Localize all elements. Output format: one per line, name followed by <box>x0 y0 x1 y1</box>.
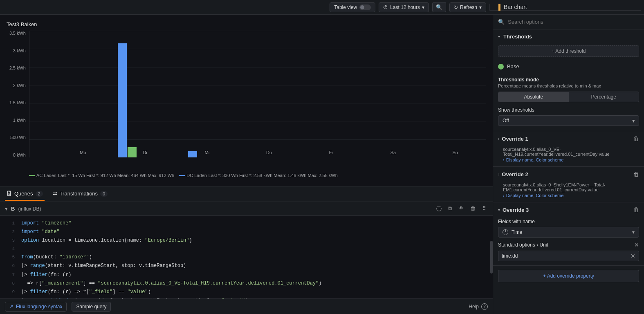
bar-group-fr <box>290 31 356 157</box>
code-line-10: 10 |> aggregateWindow(every: 1d, fn: las… <box>0 296 493 298</box>
query-eye-btn[interactable]: 👁 <box>457 204 465 213</box>
clock-icon: ⏱ <box>383 4 388 10</box>
flux-language-link[interactable]: ↗ Flux language syntax <box>5 302 67 312</box>
time-icon <box>503 229 508 235</box>
override2-expand-label: Display name, Color scheme <box>506 193 564 198</box>
show-thresholds-label: Show thresholds <box>498 107 639 113</box>
code-line-7: 7 |> filter(fn: (r) <box>0 271 493 279</box>
right-panel: 🔍 ▾ Thresholds + Add threshold Base Thr <box>493 15 644 314</box>
unit-input-row: ✕ <box>498 251 639 261</box>
zoom-icon: 🔍 <box>436 4 442 10</box>
query-copy-btn[interactable]: ⧉ <box>447 204 453 213</box>
query-info-btn[interactable]: ⓘ <box>435 204 443 213</box>
code-line-3: 3 option location = timezone.location(na… <box>0 236 493 245</box>
unit-close-btn[interactable]: ✕ <box>634 242 639 248</box>
override2-expand[interactable]: › Display name, Color scheme <box>503 193 639 198</box>
query-drag-btn[interactable]: ⠿ <box>480 204 488 213</box>
refresh-button[interactable]: ↻ Refresh ▾ <box>449 2 486 12</box>
thresholds-mode-title: Thresholds mode <box>498 77 639 83</box>
refresh-label: Refresh <box>460 4 477 10</box>
override1-title: Override 1 <box>502 136 528 142</box>
search-input[interactable] <box>508 19 639 25</box>
bar-group-mi <box>160 31 225 157</box>
legend-dc-label: DC Laden <box>186 173 207 178</box>
chart-canvas: 3.5 kWh 3 kWh 2.5 kWh 2 kWh 1.5 kWh 1 kW… <box>7 31 486 170</box>
bar-chart-icon: ▐ <box>496 4 500 10</box>
chart-legend: AC Laden Last *: 15 Wh First *: 912 Wh M… <box>7 170 486 179</box>
legend-dc-laden: DC Laden Last *: 330 Wh First *: 2.58 kW… <box>179 173 338 178</box>
show-thresholds-select[interactable]: Off <box>498 115 639 126</box>
thresholds-chevron: ▾ <box>498 34 500 39</box>
chevron-right-icon: › <box>503 193 505 198</box>
code-line-8: 8 => r["_measurement"] == "sourceanalyti… <box>0 279 493 288</box>
override2-delete-btn[interactable]: 🗑 <box>633 171 639 177</box>
add-override-property-button[interactable]: + Add override property <box>498 270 639 282</box>
override1-header[interactable]: › Override 1 🗑 <box>493 131 644 146</box>
code-editor[interactable]: 1 import "timezone" 2 import "date" 3 op… <box>0 216 493 298</box>
table-view-toggle[interactable]: Table view <box>330 2 375 12</box>
override1-expand[interactable]: › Display name, Color scheme <box>503 157 639 162</box>
unit-label: Unit <box>539 242 548 248</box>
override3-delete-btn[interactable]: 🗑 <box>633 206 639 213</box>
sample-query-button[interactable]: Sample query <box>72 302 111 312</box>
query-delete-btn[interactable]: 🗑 <box>469 204 477 213</box>
bar-chart-title-area: ▐ Bar chart <box>489 4 641 11</box>
bottom-bar: ↗ Flux language syntax Sample query Help… <box>0 298 493 314</box>
unit-clear-btn[interactable]: ✕ <box>631 253 635 259</box>
query-collapse-btn[interactable]: ▾ <box>5 206 8 212</box>
code-line-6: 6 |> range(start: v.timeRangeStart, stop… <box>0 262 493 270</box>
fields-value: Time <box>512 229 522 235</box>
queries-label: Queries <box>14 191 33 197</box>
x-label-do: Do <box>238 150 300 155</box>
arrow-icon: › <box>536 242 538 248</box>
main-layout: Test3 Balken 3.5 kWh 3 kWh 2.5 kWh 2 kWh… <box>0 15 644 314</box>
add-override-label: + Add override property <box>543 273 594 279</box>
chevron-right-icon: › <box>503 157 505 162</box>
tab-queries[interactable]: 🗄 Queries 2 <box>5 187 45 201</box>
show-thresholds-select-wrapper: Off ▾ <box>498 115 639 126</box>
y-label-6: 3 kWh <box>13 48 26 53</box>
override2-chevron: › <box>498 172 499 177</box>
query-editor: ▾ B (influx DB) ⓘ ⧉ 👁 🗑 ⠿ 1 import "time… <box>0 202 493 298</box>
db-icon: 🗄 <box>7 191 12 197</box>
editor-scrollbar[interactable] <box>490 241 493 274</box>
time-range-button[interactable]: ⏱ Last 12 hours ▾ <box>379 2 429 12</box>
flux-link-label: Flux language syntax <box>16 304 62 310</box>
override1-delete-btn[interactable]: 🗑 <box>633 135 639 142</box>
override2-detail-text: sourceanalytix.0.alias_0_Shelly1EM-Power… <box>503 182 639 192</box>
sample-query-label: Sample query <box>76 304 106 310</box>
code-line-1: 1 import "timezone" <box>0 219 493 228</box>
legend-ac-laden: AC Laden Last *: 15 Wh First *: 912 Wh M… <box>29 173 174 178</box>
y-label-4: 2 kWh <box>13 83 26 88</box>
unit-input[interactable] <box>502 253 628 259</box>
fields-select[interactable]: Time ▾ <box>498 227 639 238</box>
override2-header[interactable]: › Override 2 🗑 <box>493 167 644 182</box>
override3-section: ▾ Override 3 🗑 Fields with name Time ▾ S… <box>493 202 644 266</box>
thresholds-title: Thresholds <box>503 34 532 40</box>
override2-section: › Override 2 🗑 sourceanalytix.0.alias_0_… <box>493 167 644 202</box>
right-content: ▾ Thresholds + Add threshold Base Thresh… <box>493 29 644 314</box>
x-label-mi: Mi <box>176 150 238 155</box>
y-label-5: 2.5 kWh <box>9 65 26 70</box>
bar-blue-di <box>118 43 127 157</box>
add-threshold-label: + Add threshold <box>552 48 586 54</box>
tab-transformations[interactable]: ⇄ Transformations 0 <box>51 187 110 201</box>
table-view-label: Table view <box>334 4 357 10</box>
zoom-button[interactable]: 🔍 <box>432 2 446 12</box>
time-range-label: Last 12 hours <box>390 4 420 10</box>
y-label-2: 1 kWh <box>13 118 26 123</box>
table-view-switch[interactable] <box>359 4 371 10</box>
query-source: (influx DB) <box>18 206 41 212</box>
y-label-0: 0 kWh <box>13 153 26 157</box>
bars-container <box>29 31 486 157</box>
mode-absolute-button[interactable]: Absolute <box>498 92 569 102</box>
mode-percentage-button[interactable]: Percentage <box>569 92 639 102</box>
add-threshold-button[interactable]: + Add threshold <box>498 45 639 57</box>
code-line-5: 5 from(bucket: "iobroker") <box>0 253 493 262</box>
override3-header[interactable]: ▾ Override 3 🗑 <box>493 202 644 217</box>
legend-ac-label: AC Laden <box>36 173 56 178</box>
help-button[interactable]: Help ? <box>469 303 488 310</box>
x-label-sa: Sa <box>362 150 424 155</box>
thresholds-header[interactable]: ▾ Thresholds <box>493 29 644 44</box>
base-color-dot <box>498 64 504 70</box>
